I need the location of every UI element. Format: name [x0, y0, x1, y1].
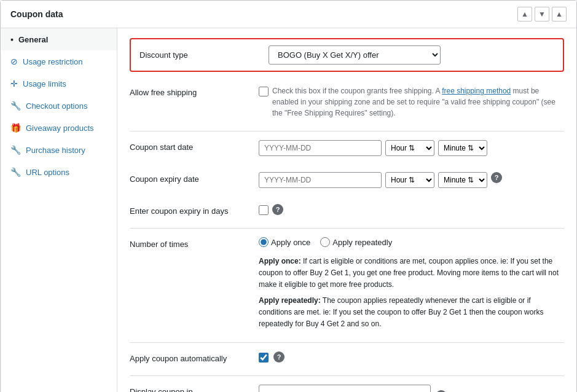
separator-2	[130, 228, 564, 229]
display-coupon-in-label: Display coupon in	[130, 385, 259, 392]
coupon-expiry-date-content: Hour ⇅ Minute ⇅ ?	[259, 172, 564, 188]
sidebar-item-purchase-history-label: Purchase history	[26, 146, 85, 155]
display-coupon-help-icon[interactable]: ?	[436, 390, 447, 392]
coupon-start-date-input[interactable]	[259, 140, 382, 156]
discount-type-select[interactable]: BOGO (Buy X Get X/Y) offer Percentage di…	[269, 45, 441, 65]
apply-once-description: Apply once: If cart is eligible or condi…	[259, 256, 564, 291]
apply-coupon-help-icon[interactable]: ?	[273, 351, 285, 363]
usage-limits-icon: ✛	[10, 79, 18, 88]
apply-repeatedly-radio[interactable]	[320, 237, 330, 247]
allow-free-shipping-row: Allow free shipping Check this box if th…	[130, 82, 564, 122]
apply-repeatedly-strong: Apply repeatedly:	[259, 296, 321, 305]
apply-once-option[interactable]: Apply once	[259, 237, 310, 247]
display-coupon-in-select[interactable]: Please select Cart Checkout Both	[259, 385, 431, 392]
coupon-start-minute-select[interactable]: Minute ⇅	[438, 140, 487, 156]
sidebar-item-usage-limits-label: Usage limits	[23, 79, 66, 88]
sidebar-item-usage-restriction-label: Usage restriction	[23, 57, 83, 66]
apply-coupon-automatically-content: ?	[259, 351, 564, 363]
discount-type-value: BOGO (Buy X Get X/Y) offer Percentage di…	[269, 45, 554, 65]
apply-repeatedly-description: Apply repeatedly: The coupon applies rep…	[259, 295, 564, 331]
free-shipping-method-link[interactable]: free shipping method	[442, 87, 511, 95]
sidebar: ▪ General ⊘ Usage restriction ✛ Usage li…	[1, 28, 117, 392]
window-controls: ▲ ▼ ▲	[517, 7, 567, 22]
fullscreen-button[interactable]: ▲	[552, 7, 567, 22]
coupon-start-date-content: Hour ⇅ Minute ⇅	[259, 140, 564, 156]
separator-1	[130, 131, 564, 131]
allow-free-shipping-label: Allow free shipping	[130, 85, 259, 97]
coupon-expiry-date-label: Coupon expiry date	[130, 172, 259, 184]
sidebar-item-purchase-history[interactable]: 🔧 Purchase history	[1, 139, 117, 161]
enter-coupon-expiry-row: Enter coupon expiry in days ?	[130, 200, 564, 219]
expiry-date-help-icon[interactable]: ?	[491, 172, 502, 183]
allow-free-shipping-help-text: Check this box if the coupon grants free…	[272, 85, 564, 119]
purchase-history-icon: 🔧	[10, 145, 21, 155]
main-content: Discount type BOGO (Buy X Get X/Y) offer…	[117, 28, 576, 392]
sidebar-item-general-label: General	[18, 35, 48, 44]
display-coupon-controls: Please select Cart Checkout Both ?	[259, 385, 447, 392]
apply-times-description: Apply once: If cart is eligible or condi…	[259, 256, 564, 330]
window-body: ▪ General ⊘ Usage restriction ✛ Usage li…	[1, 28, 576, 392]
giveaway-products-icon: 🎁	[10, 123, 21, 133]
sidebar-item-giveaway-products-label: Giveaway products	[26, 123, 94, 133]
apply-coupon-automatically-row: Apply coupon automatically ?	[130, 348, 564, 367]
apply-once-radio[interactable]	[259, 237, 269, 247]
discount-type-row: Discount type BOGO (Buy X Get X/Y) offer…	[130, 38, 564, 72]
sidebar-item-giveaway-products[interactable]: 🎁 Giveaway products	[1, 117, 117, 139]
coupon-expiry-date-input[interactable]	[259, 172, 382, 188]
sidebar-item-url-options[interactable]: 🔧 URL options	[1, 161, 117, 183]
sidebar-item-checkout-options[interactable]: 🔧 Checkout options	[1, 95, 117, 117]
window-header: Coupon data ▲ ▼ ▲	[1, 1, 576, 28]
usage-restriction-icon: ⊘	[10, 57, 18, 66]
apply-coupon-automatically-checkbox[interactable]	[259, 353, 269, 363]
separator-3	[130, 342, 564, 343]
enter-coupon-expiry-checkbox[interactable]	[259, 205, 269, 215]
allow-free-shipping-content: Check this box if the coupon grants free…	[259, 85, 564, 119]
coupon-start-hour-select[interactable]: Hour ⇅	[385, 140, 434, 156]
sidebar-item-usage-limits[interactable]: ✛ Usage limits	[1, 73, 117, 95]
apply-once-label: Apply once	[271, 238, 310, 247]
enter-coupon-expiry-label: Enter coupon expiry in days	[130, 204, 259, 216]
display-coupon-in-content: Please select Cart Checkout Both ?	[259, 385, 564, 392]
coupon-expiry-hour-select[interactable]: Hour ⇅	[385, 172, 434, 188]
apply-repeatedly-option[interactable]: Apply repeatedly	[320, 237, 392, 247]
sidebar-item-usage-restriction[interactable]: ⊘ Usage restriction	[1, 50, 117, 73]
apply-coupon-automatically-label: Apply coupon automatically	[130, 351, 259, 363]
apply-repeatedly-label: Apply repeatedly	[332, 238, 392, 247]
number-of-times-content: Apply once Apply repeatedly Apply once: …	[259, 237, 564, 330]
url-options-icon: 🔧	[10, 167, 21, 177]
expand-button[interactable]: ▼	[535, 7, 549, 22]
sidebar-item-url-options-label: URL options	[26, 168, 69, 177]
coupon-start-date-row: Coupon start date Hour ⇅ Minute ⇅	[130, 136, 564, 160]
number-of-times-radio-group: Apply once Apply repeatedly	[259, 237, 392, 247]
display-coupon-in-row: Display coupon in Please select Cart Che…	[130, 381, 564, 392]
coupon-expiry-minute-select[interactable]: Minute ⇅	[438, 172, 487, 188]
coupon-start-date-label: Coupon start date	[130, 140, 259, 152]
separator-4	[130, 375, 564, 376]
allow-free-shipping-checkbox[interactable]	[259, 87, 269, 96]
window-title: Coupon data	[10, 9, 63, 19]
number-of-times-row: Number of times Apply once Apply repeate…	[130, 233, 564, 334]
enter-coupon-expiry-help-icon[interactable]: ?	[272, 204, 283, 215]
checkout-options-icon: 🔧	[10, 101, 21, 111]
general-icon: ▪	[10, 34, 14, 44]
coupon-expiry-date-row: Coupon expiry date Hour ⇅ Minute ⇅ ?	[130, 168, 564, 192]
collapse-button[interactable]: ▲	[517, 7, 532, 22]
discount-type-label: Discount type	[139, 50, 269, 60]
number-of-times-label: Number of times	[130, 237, 259, 249]
enter-coupon-expiry-content: ?	[259, 204, 564, 215]
apply-coupon-auto-controls: ?	[259, 351, 285, 363]
coupon-data-window: Coupon data ▲ ▼ ▲ ▪ General ⊘ Usage rest…	[0, 0, 577, 392]
sidebar-item-checkout-options-label: Checkout options	[26, 101, 87, 111]
apply-once-strong: Apply once:	[259, 257, 301, 265]
sidebar-item-general[interactable]: ▪ General	[1, 28, 117, 50]
